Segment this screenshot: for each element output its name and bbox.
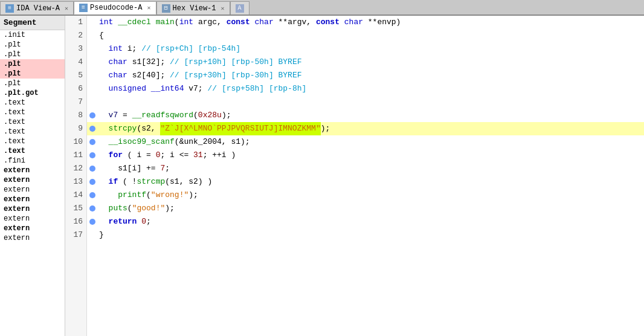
main-area: Segment .init .plt .plt .plt .plt .plt .… [0, 16, 644, 336]
line-num-6: 6 [65, 82, 86, 95]
code-string-9: "Z`J[X^LMNO`PPJPVQRSIUTJ]IMNOZKMM" [160, 122, 320, 135]
tab-icon-hex: ⊟ [162, 4, 170, 13]
code-line-11: for ( i = 0 ; i <= 31 ; ++i ) [87, 149, 644, 162]
code-lines: int __cdecl main ( int argc, const char … [87, 16, 644, 336]
code-line-3: int i; // [rsp+Ch] [rbp-54h] [87, 42, 644, 56]
tab-icon-ida: ≡ [5, 4, 14, 13]
sidebar: Segment .init .plt .plt .plt .plt .plt .… [0, 16, 65, 336]
dot-12 [89, 166, 95, 172]
line-num-17: 17 [65, 228, 86, 242]
sidebar-item-text3[interactable]: .text [0, 117, 65, 127]
sidebar-item-plt4[interactable]: .plt [0, 69, 65, 79]
sidebar-item-extern3[interactable]: extern [0, 185, 65, 195]
sidebar-item-extern7[interactable]: extern [0, 224, 65, 233]
code-area[interactable]: 1 2 3 4 5 6 7 8 9 10 11 12 13 14 15 16 1… [65, 16, 644, 336]
code-type-1: int [99, 16, 113, 29]
tab-label-hex: Hex View-1 [173, 4, 216, 13]
dot-13 [89, 179, 95, 185]
tab-close-hex[interactable]: ✕ [221, 5, 225, 12]
sidebar-item-plt3[interactable]: .plt [0, 59, 65, 69]
line-num-5: 5 [65, 69, 86, 82]
sidebar-item-init[interactable]: .init [0, 30, 65, 40]
line-num-11: 11 [65, 149, 86, 162]
code-line-14: printf ( "wrong!" ); [87, 189, 644, 202]
tab-icon-pseudo: ≡ [79, 4, 88, 12]
line-num-1: 1 [65, 16, 86, 29]
line-num-7: 7 [65, 95, 86, 109]
tab-pseudocode[interactable]: ≡ Pseudocode-A ✕ [74, 1, 156, 15]
line-num-3: 3 [65, 42, 86, 56]
code-line-17: } [87, 228, 644, 242]
code-line-5: char s2[40]; // [rsp+30h] [rbp-30h] BYRE… [87, 69, 644, 82]
line-num-2: 2 [65, 29, 86, 42]
code-line-10: __isoc99_scanf (&unk_2004, s1); [87, 135, 644, 149]
dot-11 [89, 152, 95, 158]
code-line-9: strcpy (s2, "Z`J[X^LMNO`PPJPVQRSIUTJ]IMN… [87, 122, 644, 135]
line-numbers: 1 2 3 4 5 6 7 8 9 10 11 12 13 14 15 16 1… [65, 16, 87, 336]
line-num-13: 13 [65, 175, 86, 189]
sidebar-item-extern5[interactable]: extern [0, 204, 65, 214]
code-line-6: unsigned __int64 v7; // [rsp+58h] [rbp-8… [87, 82, 644, 95]
dot-9 [89, 126, 95, 132]
sidebar-item-extern4[interactable]: extern [0, 195, 65, 204]
tab-extra[interactable]: A [230, 1, 250, 15]
sidebar-item-text2[interactable]: .text [0, 108, 65, 117]
dot-8 [89, 112, 95, 118]
tab-icon-extra: A [236, 4, 244, 13]
sidebar-item-extern8[interactable]: extern [0, 233, 65, 243]
code-fn-1: __cdecl [118, 16, 151, 29]
sidebar-item-plt5[interactable]: .plt [0, 79, 65, 88]
line-num-10: 10 [65, 135, 86, 149]
sidebar-item-text6[interactable]: .text [0, 146, 65, 156]
sidebar-header: Segment [0, 16, 65, 30]
code-line-1: int __cdecl main ( int argc, const char … [87, 16, 644, 29]
tab-bar: ≡ IDA View-A ✕ ≡ Pseudocode-A ✕ ⊟ Hex Vi… [0, 0, 644, 16]
line-num-15: 15 [65, 202, 86, 215]
sidebar-item-extern6[interactable]: extern [0, 214, 65, 224]
code-line-4: char s1[32]; // [rsp+10h] [rbp-50h] BYRE… [87, 56, 644, 69]
sidebar-item-extern1[interactable]: extern [0, 166, 65, 175]
code-line-12: s1[i] += 7 ; [87, 162, 644, 175]
line-num-12: 12 [65, 162, 86, 175]
tab-close-pseudo[interactable]: ✕ [147, 4, 150, 11]
sidebar-item-text5[interactable]: .text [0, 137, 65, 146]
code-line-7 [87, 95, 644, 109]
code-line-15: puts ( "good!" ); [87, 202, 644, 215]
dot-15 [89, 205, 95, 212]
line-num-4: 4 [65, 56, 86, 69]
dot-16 [89, 219, 95, 225]
dot-14 [89, 192, 95, 198]
tab-label-pseudo: Pseudocode-A [90, 4, 142, 12]
line-num-14: 14 [65, 189, 86, 202]
sidebar-item-plt2[interactable]: .plt [0, 50, 65, 59]
code-line-16: return 0 ; [87, 215, 644, 228]
sidebar-item-fini[interactable]: .fini [0, 156, 65, 166]
tab-close-ida[interactable]: ✕ [65, 5, 68, 12]
sidebar-item-plt-got[interactable]: .plt.got [0, 88, 65, 98]
tab-label-ida: IDA View-A [16, 4, 60, 13]
dot-10 [89, 139, 95, 145]
sidebar-item-plt1[interactable]: .plt [0, 40, 65, 50]
sidebar-item-extern2[interactable]: extern [0, 175, 65, 185]
line-num-9: 9 [65, 122, 86, 135]
code-mainfn: main [156, 16, 175, 29]
sidebar-item-text4[interactable]: .text [0, 127, 65, 137]
line-num-16: 16 [65, 215, 86, 228]
tab-ida-view[interactable]: ≡ IDA View-A ✕ [0, 1, 74, 15]
code-line-8: v7 = __readfsqword ( 0x28u ); [87, 109, 644, 122]
tab-hex-view[interactable]: ⊟ Hex View-1 ✕ [156, 1, 230, 15]
code-line-13: if ( ! strcmp (s1, s2) ) [87, 175, 644, 189]
line-num-8: 8 [65, 109, 86, 122]
sidebar-item-text1[interactable]: .text [0, 98, 65, 108]
code-line-2: { [87, 29, 644, 42]
